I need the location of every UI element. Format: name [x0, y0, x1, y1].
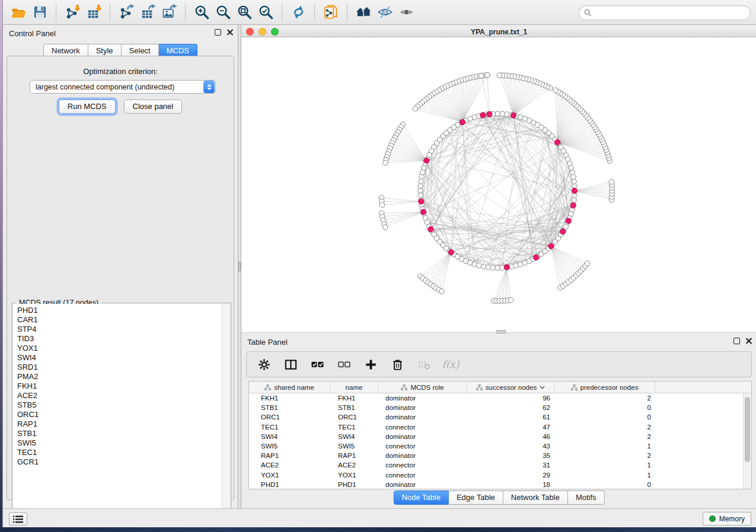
table-cell: ACE2 — [249, 462, 330, 469]
status-bar: Memory — [3, 508, 756, 527]
network-canvas[interactable] — [241, 37, 756, 332]
zoom-selected-button[interactable] — [255, 2, 276, 23]
table-row[interactable]: PHD1PHD1dominator180 — [249, 480, 743, 489]
select-all-columns-button[interactable] — [310, 357, 325, 372]
table-row[interactable]: TEC1TEC1connector472 — [249, 422, 743, 432]
delete-table-icon — [418, 358, 430, 371]
float-panel-icon[interactable] — [215, 29, 221, 36]
clone-network-button[interactable] — [320, 2, 342, 23]
delete-table-button — [416, 357, 432, 372]
export-image-icon — [161, 4, 177, 20]
table-cell: 1 — [554, 462, 655, 469]
table-cell: TEC1 — [330, 424, 378, 431]
table-cell: 96 — [467, 395, 554, 402]
network-graph[interactable] — [241, 37, 756, 332]
table-scrollbar[interactable] — [743, 393, 751, 489]
table-cell: connector — [378, 472, 467, 479]
table-row[interactable]: ACE2ACE2connector311 — [249, 460, 743, 470]
column-header-MCDS-role[interactable]: MCDS role — [378, 382, 467, 393]
close-table-panel-icon[interactable] — [745, 338, 752, 344]
column-header-predecessor-nodes[interactable]: predecessor nodes — [554, 382, 655, 393]
table-row[interactable]: STB1STB1dominator620 — [249, 403, 743, 412]
close-panel-icon[interactable] — [227, 29, 233, 36]
save-session-icon — [32, 4, 48, 20]
table-cell: 2 — [554, 433, 655, 440]
export-network-button[interactable] — [116, 2, 137, 23]
node-table: shared namenameMCDS rolesuccessor nodesp… — [248, 381, 752, 489]
export-image-button[interactable] — [158, 2, 180, 23]
deselect-all-columns-button[interactable] — [336, 357, 352, 372]
network-window-title: YPA_prune.txt_1 — [241, 28, 756, 36]
window-maximize-button[interactable] — [271, 28, 279, 36]
show-column-panel-icon — [285, 358, 297, 371]
table-cell: TEC1 — [249, 424, 330, 431]
refresh-button[interactable] — [288, 2, 309, 23]
tab-node-table[interactable]: Node Table — [393, 491, 449, 505]
zoom-in-button[interactable] — [191, 2, 212, 23]
window-close-button[interactable] — [246, 28, 254, 36]
zoom-in-icon — [194, 4, 210, 20]
table-settings-gear-icon — [258, 358, 270, 371]
close-panel-button[interactable]: Close panel — [124, 100, 183, 114]
table-panel-tabs: Node TableEdge TableNetwork TableMotifs — [393, 491, 604, 505]
show-graphics-details-disabled-button[interactable] — [395, 2, 417, 23]
tab-motifs[interactable]: Motifs — [568, 491, 605, 505]
add-column-button[interactable] — [363, 357, 378, 372]
table-settings-gear-button[interactable] — [256, 357, 272, 372]
table-row[interactable]: YOX1YOX1connector291 — [249, 470, 743, 480]
show-panels-menu-button[interactable] — [9, 512, 27, 525]
search-input[interactable] — [595, 9, 745, 17]
table-cell: STB1 — [249, 404, 330, 411]
toggle-graphics-details-button[interactable] — [374, 2, 395, 23]
network-overview-button[interactable] — [353, 2, 374, 23]
search-icon — [584, 9, 592, 17]
table-cell: 43 — [467, 443, 554, 450]
column-header-successor-nodes[interactable]: successor nodes — [467, 382, 554, 393]
delete-column-button[interactable] — [390, 357, 405, 372]
zoom-fit-button[interactable] — [234, 2, 255, 23]
optimization-criterion-label: Optimization criterion: — [7, 67, 234, 76]
search-field[interactable] — [579, 5, 751, 20]
import-network-button[interactable] — [62, 2, 83, 23]
table-row[interactable]: FKH1FKH1dominator962 — [249, 393, 743, 403]
table-cell: connector — [378, 424, 467, 431]
run-mcds-button[interactable]: Run MCDS — [59, 100, 116, 114]
table-cell: dominator — [378, 481, 467, 488]
memory-button[interactable]: Memory — [703, 512, 751, 525]
table-row[interactable]: ORC1ORC1dominator610 — [249, 412, 743, 422]
mcds-result-item: FKH1 — [17, 382, 222, 391]
mcds-result-list[interactable]: PHD1CAR1STP4TID3YOX1SWI4SRD1PMA2FKH1ACE2… — [13, 304, 222, 523]
optimization-criterion-select[interactable]: largest connected component (undirected) — [30, 80, 216, 94]
import-table-button[interactable] — [83, 2, 104, 23]
table-scrollbar-thumb[interactable] — [745, 397, 750, 462]
table-row[interactable]: SWI4SWI4dominator462 — [249, 432, 743, 441]
open-session-button[interactable] — [8, 2, 29, 23]
network-overview-icon — [356, 4, 372, 20]
save-session-button[interactable] — [29, 2, 50, 23]
toolbar-separator — [314, 4, 315, 21]
export-table-button[interactable] — [137, 2, 158, 23]
table-cell: SWI5 — [249, 443, 330, 450]
column-header-name[interactable]: name — [330, 382, 378, 393]
tab-network-table[interactable]: Network Table — [503, 491, 568, 505]
table-cell: dominator — [378, 404, 467, 411]
vertical-splitter-handle[interactable] — [238, 262, 241, 271]
show-column-panel-button[interactable] — [283, 357, 298, 372]
mcds-result-item: TEC1 — [17, 448, 222, 457]
table-toolbar: f(x) — [246, 351, 752, 377]
table-row[interactable]: SWI5SWI5connector431 — [249, 441, 743, 451]
window-minimize-button[interactable] — [259, 28, 266, 36]
mcds-result-scrollbar[interactable] — [222, 304, 230, 523]
control-panel: Control Panel NetworkStyleSelectMCDS Opt… — [3, 25, 238, 508]
mcds-result-item: PMA2 — [17, 372, 222, 382]
mcds-panel: Optimization criterion: largest connecte… — [7, 56, 234, 500]
add-column-icon — [365, 358, 377, 371]
table-row[interactable]: RAP1RAP1dominator352 — [249, 451, 743, 460]
column-header-shared-name[interactable]: shared name — [249, 382, 330, 393]
tab-edge-table[interactable]: Edge Table — [449, 491, 503, 505]
float-table-panel-icon[interactable] — [733, 338, 740, 344]
zoom-out-button[interactable] — [212, 2, 234, 23]
combo-stepper-icon — [203, 81, 215, 93]
column-header-filler — [655, 382, 751, 393]
table-cell: 61 — [467, 414, 554, 421]
